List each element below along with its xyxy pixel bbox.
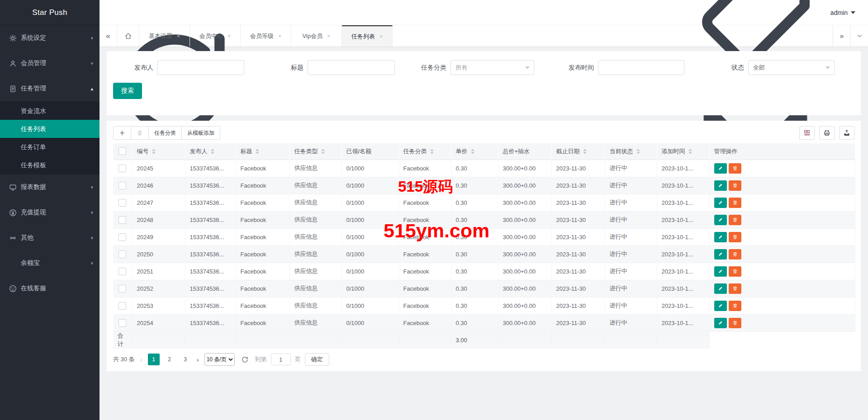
close-icon[interactable]: × xyxy=(228,33,231,39)
column-header[interactable]: 总价+抽水 xyxy=(498,143,551,160)
toolbar-button[interactable]: 任务分类 xyxy=(148,126,182,140)
column-header[interactable]: 标题 xyxy=(236,143,289,160)
page-size-select[interactable]: 10 条/页 xyxy=(204,353,235,366)
tab-item[interactable]: 会员等级× xyxy=(241,25,291,47)
next-page-button[interactable]: › xyxy=(195,356,200,363)
filter-select[interactable]: 所有 xyxy=(451,60,534,75)
edit-button[interactable] xyxy=(714,163,727,174)
toolbar-plus-button[interactable] xyxy=(113,126,131,140)
column-header[interactable]: 当前状态 xyxy=(605,143,657,160)
edit-button[interactable] xyxy=(714,266,727,277)
column-header[interactable]: 截止日期 xyxy=(551,143,605,160)
sidebar-item[interactable]: 会员管理▾ xyxy=(0,51,100,76)
page-number-button[interactable]: 3 xyxy=(180,354,191,365)
page-number-button[interactable]: 2 xyxy=(164,354,175,365)
delete-button[interactable] xyxy=(729,198,741,208)
edit-button[interactable] xyxy=(714,301,727,311)
filter-input[interactable] xyxy=(308,60,395,75)
filter-input[interactable] xyxy=(598,60,684,75)
row-checkbox[interactable] xyxy=(119,199,126,207)
user-menu[interactable]: admin xyxy=(830,9,855,16)
row-checkbox[interactable] xyxy=(119,182,126,189)
row-checkbox[interactable] xyxy=(119,165,126,172)
sidebar-item[interactable]: 任务管理▴ xyxy=(0,76,100,101)
delete-button[interactable] xyxy=(729,283,741,294)
delete-button[interactable] xyxy=(729,215,741,225)
printer-icon xyxy=(823,129,830,137)
row-checkbox[interactable] xyxy=(119,268,126,275)
row-checkbox[interactable] xyxy=(119,250,126,258)
row-checkbox[interactable] xyxy=(119,233,126,241)
delete-button[interactable] xyxy=(729,266,741,277)
delete-button[interactable] xyxy=(729,232,741,242)
column-header[interactable]: 发布人 xyxy=(185,143,236,160)
sidebar-subitem[interactable]: 任务列表 xyxy=(0,120,100,138)
select-all-checkbox[interactable] xyxy=(119,147,126,155)
actions-cell xyxy=(709,297,855,314)
tab-active[interactable]: 任务列表× xyxy=(342,25,393,47)
sidebar-item[interactable]: 在线客服 xyxy=(0,276,100,301)
collapse-icon[interactable] xyxy=(107,0,242,9)
toolbar-button[interactable]: 从模板添加 xyxy=(181,126,220,140)
column-header[interactable]: 添加时间 xyxy=(657,143,709,160)
toolbar-trash-button[interactable] xyxy=(131,126,149,140)
home-icon xyxy=(124,32,132,40)
filter-select[interactable]: 全部 xyxy=(748,60,835,75)
sort-desc-icon xyxy=(211,152,214,154)
edit-button[interactable] xyxy=(714,249,727,260)
columns-button[interactable] xyxy=(799,126,815,140)
delete-button[interactable] xyxy=(729,180,741,191)
search-button[interactable]: 搜索 xyxy=(113,83,142,99)
tab-item[interactable]: 基本设置× xyxy=(139,25,190,47)
close-icon[interactable]: × xyxy=(278,33,282,39)
edit-button[interactable] xyxy=(714,232,727,242)
edit-button[interactable] xyxy=(714,283,727,294)
sidebar-item[interactable]: 充值提现▾ xyxy=(0,200,100,225)
cell-publisher: 153374536... xyxy=(185,280,236,297)
sidebar-item[interactable]: 系统设定▾ xyxy=(0,25,100,51)
sidebar-subitem[interactable]: 资金流水 xyxy=(0,102,100,120)
filter-input[interactable] xyxy=(157,60,244,75)
delete-button[interactable] xyxy=(729,318,741,328)
sidebar-item[interactable]: 报表数据▾ xyxy=(0,175,100,200)
edit-button[interactable] xyxy=(714,180,727,191)
export-button[interactable] xyxy=(839,126,854,140)
edit-button[interactable] xyxy=(714,198,727,208)
home-tab[interactable] xyxy=(117,25,139,47)
row-checkbox[interactable] xyxy=(119,302,126,310)
column-header[interactable]: 任务分类 xyxy=(398,143,451,160)
goto-confirm-button[interactable]: 确定 xyxy=(305,353,329,366)
tabs-scroll-right-button[interactable]: » xyxy=(833,25,850,47)
sidebar-subitem[interactable]: 任务订单 xyxy=(0,138,100,156)
row-checkbox[interactable] xyxy=(119,285,126,293)
refresh-icon[interactable] xyxy=(241,356,249,363)
sidebar-item[interactable]: 余额宝▾ xyxy=(0,250,100,276)
column-header[interactable]: 单价 xyxy=(451,143,498,160)
goto-page-input[interactable] xyxy=(271,354,291,365)
row-checkbox[interactable] xyxy=(119,319,126,327)
close-icon[interactable]: × xyxy=(177,33,180,39)
delete-button[interactable] xyxy=(729,163,741,174)
row-checkbox[interactable] xyxy=(119,216,126,224)
close-icon[interactable]: × xyxy=(327,33,331,39)
close-icon[interactable]: × xyxy=(379,33,383,40)
sidebar-subitem[interactable]: 任务模板 xyxy=(0,156,100,174)
tab-item[interactable]: Vip会员× xyxy=(291,25,342,47)
printer-button[interactable] xyxy=(819,126,835,140)
prev-page-button[interactable]: ‹ xyxy=(139,356,144,363)
edit-button[interactable] xyxy=(714,318,727,328)
page-number-button[interactable]: 1 xyxy=(148,354,160,365)
column-header[interactable]: 编号 xyxy=(132,143,185,160)
sidebar-submenu: 资金流水任务列表任务订单任务模板 xyxy=(0,101,100,175)
edit-button[interactable] xyxy=(714,215,727,225)
column-header[interactable]: 已领/名额 xyxy=(342,143,398,160)
tabs-scroll-left-button[interactable]: « xyxy=(100,25,117,47)
delete-button[interactable] xyxy=(729,301,741,311)
filter-label: 任务分类 xyxy=(407,64,451,72)
column-header[interactable]: 任务类型 xyxy=(289,143,342,160)
column-header[interactable]: 管理操作 xyxy=(709,143,855,160)
tabs-collapse-button[interactable] xyxy=(850,25,868,47)
sidebar-item[interactable]: 其他▾ xyxy=(0,225,100,250)
tab-item[interactable]: 会员中心× xyxy=(190,25,241,47)
delete-button[interactable] xyxy=(729,249,741,260)
